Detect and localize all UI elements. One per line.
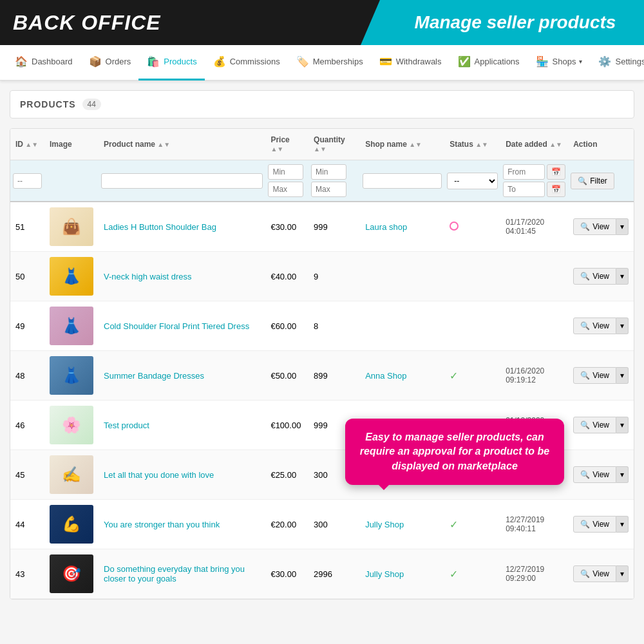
commissions-icon: 💰	[213, 55, 227, 69]
nav-settings[interactable]: ⚙️ Settings ▾	[590, 45, 644, 80]
table-row: 50 👗 V-neck high waist dress €40.00 9 🔍 …	[10, 252, 634, 301]
view-dropdown-button[interactable]: ▾	[616, 417, 629, 433]
nav-applications[interactable]: ✅ Applications	[450, 45, 527, 80]
status-ok-icon: ✓	[450, 370, 458, 381]
filter-price-max[interactable]	[268, 182, 303, 197]
shop-link[interactable]: Jully Shop	[365, 520, 404, 529]
cell-price: €20.00	[265, 500, 308, 549]
view-dropdown-button[interactable]: ▾	[616, 565, 629, 582]
col-status: Status ▲▼	[444, 129, 500, 160]
nav-memberships[interactable]: 🏷️ Memberships	[288, 45, 371, 80]
product-link[interactable]: You are stronger than you think	[104, 520, 220, 529]
qty-sort-icon[interactable]: ▲▼	[314, 146, 327, 153]
status-sort-icon[interactable]: ▲▼	[475, 141, 488, 148]
cell-id: 50	[10, 252, 44, 301]
cell-status: ✓	[444, 351, 500, 401]
view-button[interactable]: 🔍 View	[573, 218, 616, 235]
view-button[interactable]: 🔍 View	[573, 516, 616, 533]
shop-link[interactable]: Jully Shop	[365, 569, 404, 579]
nav-commissions[interactable]: 💰 Commissions	[205, 45, 288, 80]
cell-status	[444, 301, 500, 351]
view-button[interactable]: 🔍 View	[573, 317, 616, 334]
view-button[interactable]: 🔍 View	[573, 268, 616, 285]
cell-status: ✓	[444, 549, 500, 599]
action-group: 🔍 View ▾	[573, 565, 629, 582]
cell-action: 🔍 View ▾	[568, 450, 634, 500]
cell-date: 12/27/201909:40:11	[500, 500, 568, 549]
product-link[interactable]: Do something everyday that bring you clo…	[104, 564, 245, 583]
product-link[interactable]: Cold Shoulder Floral Print Tiered Dress	[104, 321, 249, 331]
filter-qty-max[interactable]	[311, 182, 346, 197]
dashboard-icon: 🏠	[14, 55, 28, 69]
product-link[interactable]: Let all that you done with love	[104, 470, 214, 480]
shop-sort-icon[interactable]: ▲▼	[409, 141, 422, 148]
shop-link[interactable]: Anna Shop	[365, 371, 406, 381]
nav-orders-label: Orders	[106, 57, 131, 66]
view-button[interactable]: 🔍 View	[573, 565, 616, 582]
col-id: ID ▲▼	[10, 129, 44, 160]
col-shop-name: Shop name ▲▼	[360, 129, 444, 160]
header-subtitle-bg: Manage seller products	[361, 0, 644, 45]
date-from-calendar-button[interactable]: 📅	[547, 164, 565, 180]
filter-name-input[interactable]	[101, 173, 263, 189]
products-header: PRODUCTS 44	[10, 90, 634, 118]
view-button[interactable]: 🔍 View	[573, 367, 616, 384]
cell-shop	[360, 301, 444, 351]
price-sort-icon[interactable]: ▲▼	[270, 146, 283, 153]
table-row: 48 👗 Summer Bandage Dresses €50.00 899 A…	[10, 351, 634, 401]
filter-button[interactable]: 🔍 Filter	[571, 173, 614, 189]
id-sort-icon[interactable]: ▲▼	[25, 141, 38, 148]
product-link[interactable]: V-neck high waist dress	[104, 272, 192, 281]
filter-shop-input[interactable]	[363, 173, 442, 189]
cell-date: 01/16/202009:19:12	[500, 351, 568, 401]
cell-price: €30.00	[265, 549, 308, 599]
nav-products[interactable]: 🛍️ Products	[138, 45, 204, 80]
cell-status	[444, 252, 500, 301]
nav-dashboard[interactable]: 🏠 Dashboard	[6, 45, 80, 80]
product-link[interactable]: Test product	[104, 421, 149, 430]
nav-orders[interactable]: 📦 Orders	[80, 45, 139, 80]
product-link[interactable]: Summer Bandage Dresses	[104, 371, 204, 381]
view-dropdown-button[interactable]: ▾	[616, 268, 629, 285]
tooltip-text: Easy to manage seller products, can requ…	[360, 431, 549, 471]
view-btn-label: View	[592, 321, 609, 330]
view-dropdown-button[interactable]: ▾	[616, 367, 629, 384]
view-button[interactable]: 🔍 View	[573, 417, 616, 433]
filter-date-to[interactable]	[503, 182, 545, 197]
filter-date-from[interactable]	[503, 164, 545, 180]
view-dropdown-button[interactable]: ▾	[616, 317, 629, 334]
nav-withdrawals[interactable]: 💳 Withdrawals	[371, 45, 450, 80]
nav-dashboard-label: Dashboard	[32, 57, 73, 66]
view-btn-label: View	[592, 421, 609, 430]
cell-id: 48	[10, 351, 44, 401]
cell-name: Let all that you done with love	[99, 450, 265, 500]
date-sort-icon[interactable]: ▲▼	[549, 141, 562, 148]
tooltip-bubble: Easy to manage seller products, can requ…	[345, 419, 564, 485]
view-dropdown-button[interactable]: ▾	[616, 516, 629, 533]
product-image: 🌸	[50, 406, 93, 444]
cell-price: €100.00	[265, 401, 308, 450]
name-sort-icon[interactable]: ▲▼	[157, 141, 170, 148]
filter-price-min[interactable]	[268, 164, 303, 180]
view-dropdown-button[interactable]: ▾	[616, 218, 629, 235]
view-dropdown-button[interactable]: ▾	[616, 466, 629, 483]
shop-link[interactable]: Laura shop	[365, 222, 407, 232]
nav-shops[interactable]: 🏪 Shops ▾	[527, 45, 591, 80]
view-button[interactable]: 🔍 View	[573, 466, 616, 483]
cell-action: 🔍 View ▾	[568, 202, 634, 252]
cell-name: Do something everyday that bring you clo…	[99, 549, 265, 599]
cell-action: 🔍 View ▾	[568, 252, 634, 301]
table-row: 51 👜 Ladies H Button Shoulder Bag €30.00…	[10, 202, 634, 252]
cell-quantity: 9	[308, 252, 360, 301]
view-btn-label: View	[592, 470, 609, 479]
filter-action-cell: 🔍 Filter	[568, 160, 634, 202]
filter-id-input[interactable]	[13, 173, 42, 189]
filter-status-select[interactable]: -- Active Pending Inactive	[447, 173, 498, 189]
product-link[interactable]: Ladies H Button Shoulder Bag	[104, 222, 216, 232]
date-to-calendar-button[interactable]: 📅	[547, 182, 565, 197]
filter-btn-label: Filter	[590, 176, 607, 185]
cell-name: You are stronger than you think	[99, 500, 265, 549]
cell-action: 🔍 View ▾	[568, 401, 634, 450]
cell-name: Ladies H Button Shoulder Bag	[99, 202, 265, 252]
filter-qty-min[interactable]	[311, 164, 346, 180]
